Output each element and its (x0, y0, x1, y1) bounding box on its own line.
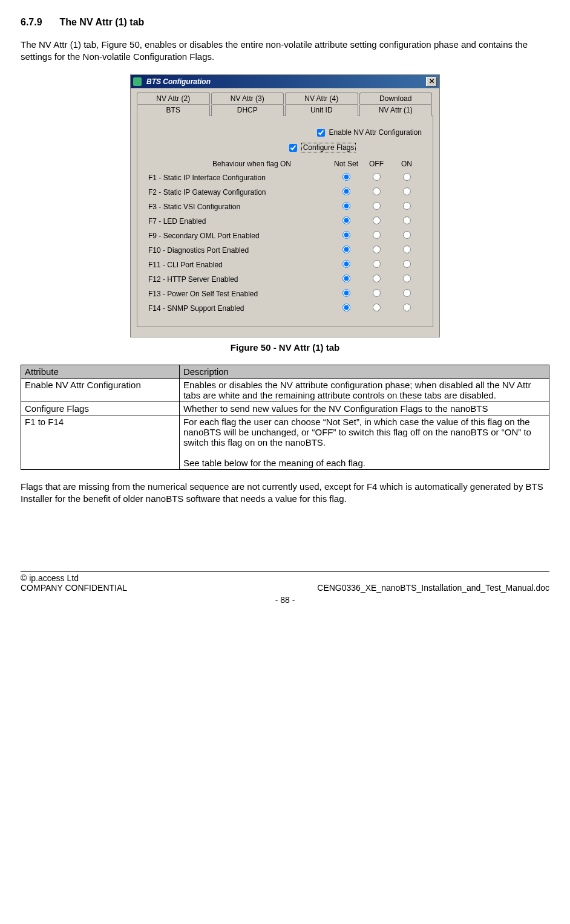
tab-dhcp[interactable]: DHCP (211, 104, 284, 116)
radio-cell (331, 231, 361, 241)
flag-label: F12 - HTTP Server Enabled (148, 275, 331, 284)
footer-page-number: - 88 - (21, 595, 549, 605)
flag-label: F9 - Secondary OML Port Enabled (148, 232, 331, 240)
col-not-set: Not Set (331, 160, 361, 168)
flag-radio-on[interactable] (403, 187, 411, 195)
flag-radio-group (331, 289, 422, 299)
tab-nv-attr-4[interactable]: NV Attr (4) (285, 93, 358, 104)
table-row: Enable NV Attr Configuration Enables or … (21, 378, 549, 402)
flag-radio-off[interactable] (373, 289, 381, 297)
flag-radio-off[interactable] (373, 304, 381, 311)
tab-unit-id[interactable]: Unit ID (285, 104, 358, 116)
section-heading: 6.7.9 The NV Attr (1) tab (21, 17, 549, 28)
configure-flags-text: Configure Flags (301, 143, 356, 152)
radio-cell (391, 304, 422, 313)
radio-cell (391, 275, 422, 284)
flag-label: F10 - Diagnostics Port Enabled (148, 246, 331, 255)
flag-radio-on[interactable] (403, 304, 411, 311)
flag-rows-container: F1 - Static IP Interface ConfigurationF2… (148, 171, 422, 316)
flag-radio-on[interactable] (403, 216, 411, 224)
flag-radio-notset[interactable] (342, 216, 350, 224)
flag-radio-on[interactable] (403, 246, 411, 253)
radio-cell (361, 304, 391, 313)
tab-row-1: NV Attr (2) NV Attr (3) NV Attr (4) Down… (137, 92, 433, 103)
dialog-title-text: BTS Configuration (133, 77, 211, 86)
flag-radio-on[interactable] (403, 275, 411, 282)
close-icon[interactable]: ✕ (426, 77, 437, 86)
flag-label: F14 - SNMP Support Enabled (148, 304, 331, 313)
flag-radio-on[interactable] (403, 173, 411, 181)
flag-label: F7 - LED Enabled (148, 217, 331, 226)
radio-cell (331, 202, 361, 212)
footer-confidential: COMPANY CONFIDENTIAL (21, 583, 127, 593)
enable-nv-attr-checkbox[interactable] (317, 129, 325, 137)
footer-row-2: COMPANY CONFIDENTIAL CENG0336_XE_nanoBTS… (21, 583, 549, 593)
flag-columns-header: Behaviour when flag ON Not Set OFF ON (148, 160, 422, 168)
radio-cell (331, 304, 361, 313)
tab-download[interactable]: Download (359, 93, 433, 104)
configure-flags-checkbox[interactable] (289, 144, 297, 152)
radio-cell (361, 202, 391, 212)
radio-cell (391, 173, 422, 183)
flag-radio-on[interactable] (403, 289, 411, 297)
cell-attr-0: Enable NV Attr Configuration (21, 378, 180, 402)
flag-radio-notset[interactable] (342, 231, 350, 239)
flag-radio-notset[interactable] (342, 304, 350, 311)
cell-attr-1: Configure Flags (21, 402, 180, 415)
radio-cell (391, 260, 422, 270)
cell-attr-2: F1 to F14 (21, 415, 180, 469)
flag-radio-off[interactable] (373, 202, 381, 210)
flag-radio-notset[interactable] (342, 260, 350, 268)
tab-nv-attr-1[interactable]: NV Attr (1) (359, 104, 433, 116)
flag-radio-off[interactable] (373, 187, 381, 195)
dialog-app-icon (133, 77, 142, 86)
flag-radio-notset[interactable] (342, 202, 350, 210)
behaviour-header: Behaviour when flag ON (148, 160, 331, 168)
radio-cell (331, 216, 361, 226)
radio-cell (361, 173, 391, 183)
flag-radio-off[interactable] (373, 231, 381, 239)
flag-radio-group (331, 202, 422, 212)
table-row: Configure Flags Whether to send new valu… (21, 402, 549, 415)
flag-row: F12 - HTTP Server Enabled (148, 272, 422, 287)
flag-radio-off[interactable] (373, 275, 381, 282)
flag-radio-group (331, 246, 422, 255)
flag-radio-notset[interactable] (342, 187, 350, 195)
th-attribute: Attribute (21, 365, 180, 378)
flag-radio-off[interactable] (373, 173, 381, 181)
radio-cell (361, 187, 391, 197)
flag-radio-on[interactable] (403, 202, 411, 210)
flag-radio-on[interactable] (403, 231, 411, 239)
tab-nv-attr-2[interactable]: NV Attr (2) (137, 93, 210, 104)
flag-radio-notset[interactable] (342, 246, 350, 253)
flag-radio-off[interactable] (373, 216, 381, 224)
flag-radio-on[interactable] (403, 260, 411, 268)
after-table-paragraph: Flags that are missing from the numerica… (21, 481, 549, 506)
flag-radio-notset[interactable] (342, 173, 350, 181)
flag-radio-group (331, 173, 422, 183)
flag-radio-off[interactable] (373, 246, 381, 253)
flag-radio-notset[interactable] (342, 289, 350, 297)
flag-row: F9 - Secondary OML Port Enabled (148, 229, 422, 243)
intro-paragraph: The NV Attr (1) tab, Figure 50, enables … (21, 39, 549, 63)
flag-label: F13 - Power On Self Test Enabled (148, 290, 331, 298)
section-number: 6.7.9 (21, 17, 57, 28)
tab-bts[interactable]: BTS (137, 104, 210, 116)
flag-radio-off[interactable] (373, 260, 381, 268)
dialog-titlebar: BTS Configuration ✕ (131, 75, 439, 88)
flag-radio-notset[interactable] (342, 275, 350, 282)
tab-nv-attr-3[interactable]: NV Attr (3) (211, 93, 284, 104)
flag-radio-group (331, 187, 422, 197)
enable-nv-attr-label[interactable]: Enable NV Attr Configuration (315, 127, 422, 138)
radio-cell (331, 187, 361, 197)
footer-copyright: © ip.access Ltd (21, 573, 549, 583)
radio-cell (361, 260, 391, 270)
th-description: Description (179, 365, 549, 378)
flag-label: F1 - Static IP Interface Configuration (148, 174, 331, 182)
flag-row: F3 - Static VSI Configuration (148, 200, 422, 214)
enable-nv-attr-text: Enable NV Attr Configuration (329, 128, 422, 137)
radio-cell (331, 246, 361, 255)
radio-cell (331, 173, 361, 183)
configure-flags-label[interactable]: Configure Flags (287, 142, 356, 154)
radio-cell (361, 246, 391, 255)
